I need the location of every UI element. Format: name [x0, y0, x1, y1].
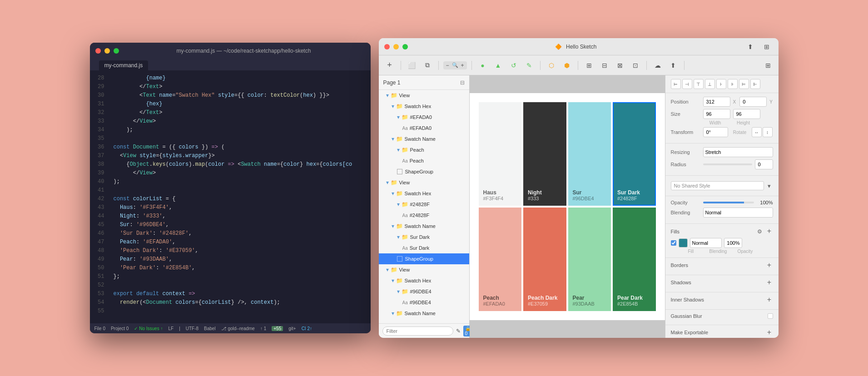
- fill-checkbox[interactable]: [671, 240, 676, 246]
- shared-style-text[interactable]: No Shared Style: [671, 181, 764, 190]
- sketch-minimize-button[interactable]: [393, 44, 399, 49]
- inner-shadows-add-button[interactable]: +: [766, 296, 773, 303]
- spacing-button[interactable]: ⊠: [614, 59, 626, 72]
- layer-item[interactable]: ShapeGroup: [379, 166, 469, 177]
- shadows-add-button[interactable]: +: [766, 279, 773, 286]
- frame-tool-button[interactable]: ⬜: [406, 59, 418, 72]
- resizing-select[interactable]: Stretch: [703, 147, 773, 157]
- borders-add-button[interactable]: +: [766, 262, 773, 269]
- layer-item[interactable]: ▾ 📁 Swatch Hex: [379, 101, 469, 112]
- arrange-button[interactable]: ⊞: [583, 59, 595, 72]
- fill-opacity-input[interactable]: [724, 238, 742, 248]
- library-tool-button[interactable]: ⬢: [560, 59, 573, 72]
- pos-x-input[interactable]: [703, 97, 730, 107]
- layer-item[interactable]: ▾ 📁 #96DBE4: [379, 286, 469, 297]
- refresh-button[interactable]: ↺: [507, 59, 520, 72]
- sketch-inspector-toggle[interactable]: ⊞: [760, 40, 773, 53]
- opacity-slider[interactable]: [703, 202, 754, 203]
- layer-item[interactable]: ▾ 📁 View: [379, 90, 469, 101]
- layer-item[interactable]: Aa #EFADA0: [379, 123, 469, 134]
- align-left-button[interactable]: ⊢: [671, 79, 681, 89]
- align-center-h-button[interactable]: ⊣: [682, 79, 692, 89]
- layer-item[interactable]: ▾ 📁 #24828F: [379, 199, 469, 210]
- layer-item[interactable]: ▾ 📁 View: [379, 264, 469, 275]
- fill-blending-sub-label: Blending: [709, 249, 727, 254]
- align-center-v-button[interactable]: ⊦: [716, 79, 726, 89]
- flip-h-button[interactable]: ↔: [752, 127, 762, 137]
- minimize-button[interactable]: [104, 48, 110, 54]
- layer-item[interactable]: ▾ 📁 Peach: [379, 144, 469, 155]
- align-top-button[interactable]: ⊥: [705, 79, 715, 89]
- fill-color-swatch[interactable]: [679, 238, 688, 247]
- sketch-maximize-button[interactable]: [402, 44, 408, 49]
- layers-filter-input[interactable]: [382, 327, 453, 336]
- blending-select[interactable]: Normal: [703, 208, 773, 218]
- swatch-night[interactable]: Night #333: [523, 102, 566, 206]
- align-button[interactable]: ⊡: [629, 59, 642, 72]
- distribute-button[interactable]: ⊟: [598, 59, 611, 72]
- swatch-sur-dark[interactable]: Sur Dark #24828F: [613, 102, 656, 206]
- shared-style-dropdown-icon[interactable]: ▾: [766, 182, 773, 189]
- upload-button[interactable]: ☁: [651, 59, 664, 72]
- pen-tool-button[interactable]: ✎: [523, 59, 536, 72]
- sketch-close-button[interactable]: [384, 44, 390, 49]
- layer-label: #24828F: [410, 213, 429, 218]
- distribute-h-button[interactable]: ⊨: [739, 79, 749, 89]
- slice-tool-button[interactable]: ⧉: [421, 59, 434, 72]
- layers-edit-button[interactable]: ✎: [456, 327, 461, 336]
- pos-y-input[interactable]: [739, 97, 767, 107]
- layer-item-selected[interactable]: ShapeGroup: [379, 253, 469, 264]
- layer-item[interactable]: ▾ 📁 Swatch Name: [379, 134, 469, 144]
- fill-blending-select[interactable]: Normal: [690, 238, 722, 248]
- canvas-area[interactable]: Haus #F3F4F4 Night #333 Sur #96DBE4 Sur …: [470, 75, 665, 338]
- sketch-share-button[interactable]: ⬆: [744, 40, 757, 53]
- distribute-v-button[interactable]: ⊩: [750, 79, 760, 89]
- swatch-pear[interactable]: Pear #93DAAB: [568, 208, 611, 311]
- rotate-input[interactable]: [703, 127, 728, 137]
- text-icon: Aa: [402, 246, 408, 251]
- maximize-button[interactable]: [114, 48, 119, 54]
- export-button[interactable]: ⬆: [667, 59, 680, 72]
- layer-item[interactable]: ▾ 📁 Swatch Hex: [379, 275, 469, 286]
- radius-input[interactable]: [755, 159, 773, 169]
- swatch-pear-dark[interactable]: Pear Dark #2E854B: [613, 208, 656, 311]
- layer-item[interactable]: ▾ 📁 View: [379, 177, 469, 188]
- view-left-button[interactable]: ⊞: [762, 59, 774, 71]
- swatch-peach[interactable]: Peach #EFADA0: [479, 208, 522, 311]
- code-content[interactable]: {name} </Text> <Text name="Swatch Hex" s…: [108, 70, 371, 323]
- shape-tool-button[interactable]: ▲: [492, 59, 505, 72]
- swatch-haus[interactable]: Haus #F3F4F4: [479, 102, 522, 206]
- layer-item[interactable]: Aa Sur Dark: [379, 242, 469, 253]
- layer-item[interactable]: ▾ 📁 Swatch Name: [379, 308, 469, 319]
- layer-item[interactable]: Aa #24828F: [379, 210, 469, 221]
- swatch-sur[interactable]: Sur #96DBE4: [568, 102, 611, 206]
- height-input[interactable]: [733, 109, 760, 119]
- align-right-button[interactable]: ⊤: [694, 79, 704, 89]
- layers-toggle-icon[interactable]: ⊟: [460, 79, 465, 86]
- width-input[interactable]: [703, 109, 730, 119]
- layer-item[interactable]: ▾ 📁 Swatch Name: [379, 221, 469, 232]
- size-row: Size: [671, 109, 773, 119]
- flip-v-button[interactable]: ↕: [763, 127, 773, 137]
- layer-item[interactable]: ▾ 📁 Sur Dark: [379, 232, 469, 242]
- layer-item[interactable]: Aa Peach: [379, 155, 469, 166]
- radius-slider[interactable]: [703, 163, 752, 165]
- symbol-tool-button[interactable]: ⬡: [545, 59, 558, 72]
- gaussian-blur-checkbox[interactable]: [768, 313, 773, 319]
- fills-add-button[interactable]: +: [766, 228, 773, 235]
- fill-tool-button[interactable]: ●: [476, 59, 489, 72]
- add-layer-button[interactable]: +: [383, 59, 396, 72]
- layers-list[interactable]: ▾ 📁 View ▾ 📁 Swatch Hex ▾ 📁 #EFADA0 Aa #…: [379, 90, 469, 323]
- swatch-peach-dark[interactable]: Peach Dark #E37059: [523, 208, 566, 311]
- layer-item[interactable]: ▾ 📁 #EFADA0: [379, 112, 469, 123]
- zoom-control[interactable]: − 🔍 +: [443, 61, 467, 69]
- layer-item[interactable]: ▾ 📁 Swatch Hex: [379, 188, 469, 199]
- align-bottom-button[interactable]: ⊧: [728, 79, 738, 89]
- layer-item[interactable]: Aa #96DBE4: [379, 297, 469, 308]
- editor-tab[interactable]: my-command.js: [99, 60, 149, 70]
- make-exportable-add-button[interactable]: +: [766, 329, 773, 336]
- page-name[interactable]: Page 1: [383, 79, 401, 86]
- close-button[interactable]: [95, 48, 101, 54]
- y-label: Y: [769, 99, 773, 104]
- fills-settings-button[interactable]: ⚙: [756, 228, 764, 236]
